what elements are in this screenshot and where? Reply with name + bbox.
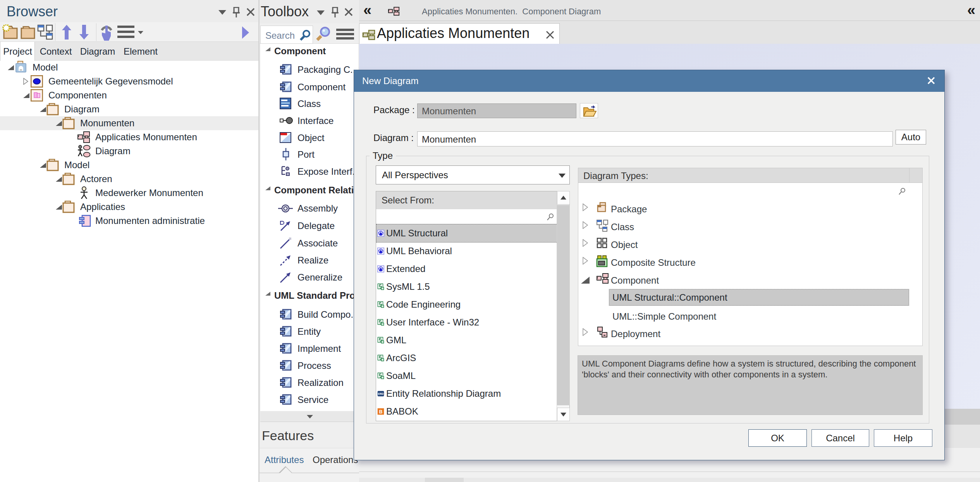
svg-text:B: B (379, 409, 383, 415)
svg-text:ERD: ERD (378, 392, 384, 395)
